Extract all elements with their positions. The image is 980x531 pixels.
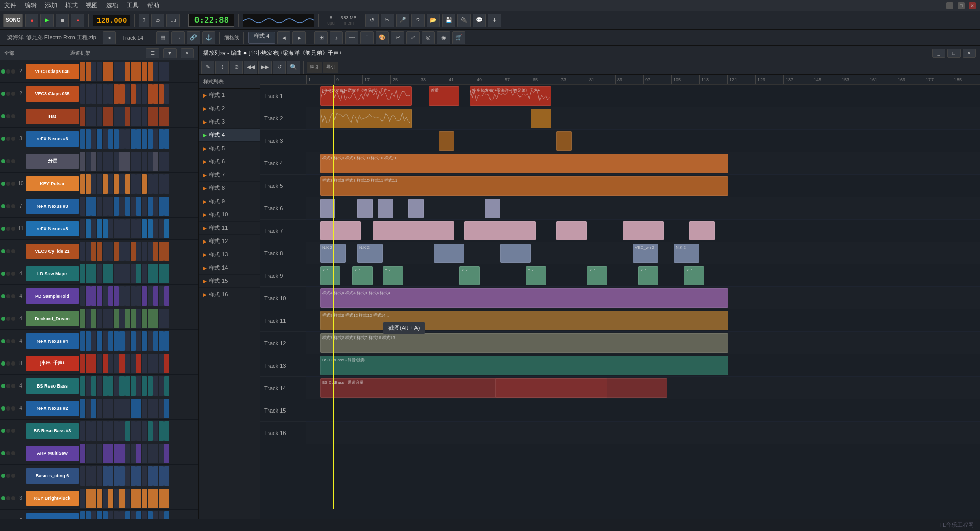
pattern-cell[interactable] <box>131 84 136 104</box>
pattern-cell[interactable] <box>164 376 169 396</box>
pattern-cell[interactable] <box>119 84 125 104</box>
led-active[interactable] <box>1 159 5 163</box>
pattern-cell[interactable] <box>108 107 113 126</box>
led-solo[interactable] <box>11 204 15 208</box>
record-button[interactable]: ● <box>25 14 38 27</box>
pattern-cell[interactable] <box>108 399 113 418</box>
pattern-cell[interactable] <box>91 399 96 418</box>
pattern-cell[interactable] <box>97 399 102 418</box>
pattern-cell[interactable] <box>86 174 91 194</box>
pattern-cell[interactable] <box>119 399 125 418</box>
pattern-cell[interactable] <box>142 264 147 283</box>
seq-track-row[interactable] <box>306 220 980 242</box>
pattern-cell[interactable] <box>97 421 102 441</box>
menu-help[interactable]: 帮助 <box>147 1 159 10</box>
pattern-cell[interactable] <box>148 84 153 104</box>
pattern-cell[interactable] <box>148 286 153 306</box>
pattern-cell[interactable] <box>80 354 85 373</box>
pattern-cell[interactable] <box>131 399 136 418</box>
arrow-button[interactable]: → <box>172 31 185 44</box>
pattern-cell[interactable] <box>80 399 85 418</box>
led-mute[interactable] <box>6 384 10 388</box>
pattern-cell[interactable] <box>119 511 125 519</box>
minimize-button[interactable]: _ <box>946 2 953 9</box>
pattern-cell[interactable] <box>114 107 119 126</box>
seq-block[interactable]: Y 7 <box>352 266 373 285</box>
pattern-cell[interactable] <box>86 421 91 441</box>
pattern-list-item[interactable]: ▶ 样式 14 <box>199 261 260 275</box>
pattern-cell[interactable] <box>91 376 96 396</box>
pattern-cell[interactable] <box>153 84 158 104</box>
pattern-cell[interactable] <box>136 242 141 261</box>
pattern-cell[interactable] <box>148 219 153 238</box>
pattern-cell[interactable] <box>164 354 169 373</box>
led-active[interactable] <box>1 272 5 276</box>
pattern-list-item[interactable]: ▶ 样式 2 <box>199 102 260 115</box>
pattern-cell[interactable] <box>153 399 158 418</box>
led-solo[interactable] <box>11 406 15 411</box>
pattern-cell[interactable] <box>136 152 141 171</box>
track-row[interactable]: Basic s_cting 6 <box>0 465 198 487</box>
pattern-cell[interactable] <box>153 264 158 283</box>
pattern-cell[interactable] <box>91 107 96 126</box>
pattern-cell[interactable] <box>114 264 119 283</box>
seq-track-row[interactable]: 样式7 样式7 样式7 样式7 样式16 样式13... <box>306 332 980 354</box>
pattern-cell[interactable] <box>108 286 113 306</box>
pattern-cell[interactable] <box>114 219 119 238</box>
pattern-cell[interactable] <box>142 129 147 149</box>
save-button[interactable]: 💾 <box>442 14 455 27</box>
pattern-cell[interactable] <box>159 466 164 486</box>
pattern-cell[interactable] <box>97 489 102 508</box>
pattern-cell[interactable] <box>164 62 169 81</box>
pattern-cell[interactable] <box>108 129 113 149</box>
sample-selector[interactable]: 样式 4 <box>248 32 275 44</box>
pattern-cell[interactable] <box>125 376 130 396</box>
pattern-list-item[interactable]: ▶ 样式 13 <box>199 248 260 261</box>
pattern-cell[interactable] <box>97 242 102 261</box>
pattern-cell[interactable] <box>136 331 141 351</box>
help-button[interactable]: ? <box>411 14 425 27</box>
pattern-list-item[interactable]: ▶ 样式 11 <box>199 222 260 235</box>
pattern-cell[interactable] <box>119 107 125 126</box>
pattern-cell[interactable] <box>142 489 147 508</box>
pattern-cell[interactable] <box>148 197 153 216</box>
seq-block[interactable]: Y 7 <box>383 266 403 285</box>
seq-block[interactable]: 样式4 样式4 样式4 样式8 样式4 样式4... <box>320 288 728 308</box>
pattern-cell[interactable] <box>91 84 96 104</box>
chat-button[interactable]: 💬 <box>473 14 486 27</box>
pattern-cell[interactable] <box>159 421 164 441</box>
pattern-cell[interactable] <box>125 264 130 283</box>
seq-track-row[interactable] <box>306 130 980 152</box>
pattern-list-item[interactable]: ▶ 样式 12 <box>199 235 260 248</box>
pattern-cell[interactable] <box>119 354 125 373</box>
led-active[interactable] <box>1 294 5 298</box>
pattern-cell[interactable] <box>86 399 91 418</box>
track-row[interactable]: 10 KEY Pulsar <box>0 173 198 195</box>
pattern-cell[interactable] <box>103 84 108 104</box>
pattern-cell[interactable] <box>108 444 113 463</box>
pattern-cell[interactable] <box>125 444 130 463</box>
pattern-list-item[interactable]: ▶ 样式 5 <box>199 142 260 155</box>
pattern-cell[interactable] <box>103 511 108 519</box>
track-row[interactable]: 4 reFX Nexus #4 <box>0 330 198 352</box>
pattern-cell[interactable] <box>80 107 85 126</box>
pattern-cell[interactable] <box>91 331 96 351</box>
pattern-cell[interactable] <box>119 331 125 351</box>
pattern-cell[interactable] <box>80 84 85 104</box>
seq-block[interactable] <box>439 131 454 151</box>
pattern-cell[interactable] <box>86 309 91 328</box>
led-solo[interactable] <box>11 137 15 141</box>
led-solo[interactable] <box>11 114 15 118</box>
pattern-cell[interactable] <box>119 219 125 238</box>
pattern-cell[interactable] <box>119 242 125 261</box>
seq-track-row[interactable]: BS CutBass - 静音/独奏 <box>306 354 980 377</box>
pattern-cell[interactable] <box>91 152 96 171</box>
seq-undo[interactable]: ↺ <box>273 61 286 74</box>
pattern-cell[interactable] <box>153 331 158 351</box>
pattern-cell[interactable] <box>164 286 169 306</box>
led-active[interactable] <box>1 384 5 388</box>
seq-track-row[interactable]: 样式1 样式1 样式1 样式10 样式10 样式10... <box>306 152 980 175</box>
seq-block[interactable] <box>485 199 500 218</box>
pattern-cell[interactable] <box>142 511 147 519</box>
pattern-list-item[interactable]: ▶ 样式 9 <box>199 195 260 208</box>
